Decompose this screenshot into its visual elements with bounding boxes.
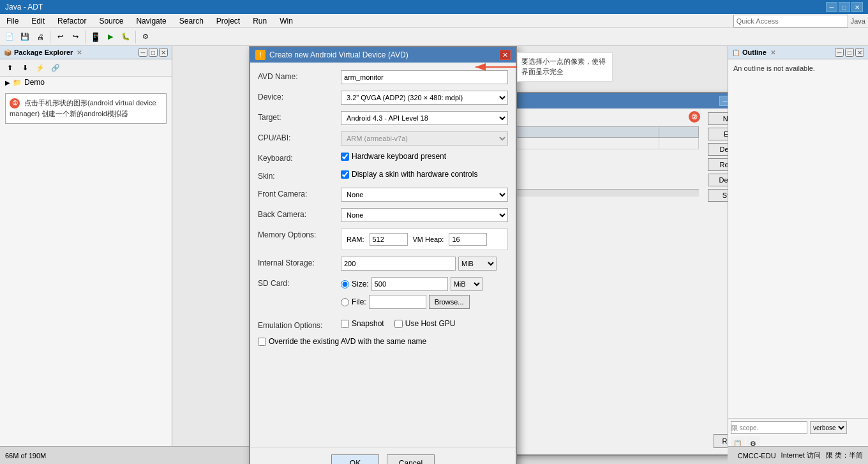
toolbar-btn-new[interactable]: 📄	[3, 30, 17, 44]
snapshot-checkbox[interactable]	[341, 320, 349, 328]
toolbar-btn-settings[interactable]: ⚙	[138, 30, 153, 44]
internal-storage-control: MiB GiB	[341, 257, 508, 271]
internal-storage-input[interactable]	[341, 257, 456, 271]
toolbar-btn-avd[interactable]: 📱	[88, 30, 102, 44]
sdcard-file-row: File: Browse...	[341, 295, 508, 309]
cancel-button[interactable]: Cancel	[387, 454, 435, 465]
device-row: Device: 3.2" QVGA (ADP2) (320 × 480: mdp…	[258, 91, 508, 105]
device-label: Device:	[258, 91, 341, 101]
outline-close-btn[interactable]: ✕	[855, 48, 864, 57]
menu-project[interactable]: Project	[213, 15, 244, 27]
sdcard-file-radio[interactable]	[341, 298, 349, 306]
toolbar-btn-save[interactable]: 💾	[18, 30, 32, 44]
outline-maximize-btn[interactable]: □	[845, 48, 854, 57]
target-label: Target:	[258, 111, 341, 122]
main-layout: 📦 Package Explorer ✕ ─ □ ✕ ⬆ ⬇ ⚡ 🔗 ▶ 📁 D…	[0, 46, 868, 464]
skin-checkbox[interactable]	[341, 170, 349, 179]
pe-toolbar: ⬆ ⬇ ⚡ 🔗	[0, 59, 172, 77]
device-control: 3.2" QVGA (ADP2) (320 × 480: mdpi)	[341, 91, 508, 105]
cpu-select[interactable]: ARM (armeabi-v7a)	[341, 131, 508, 146]
annotation-arrow-svg	[469, 57, 520, 77]
internal-storage-unit-select[interactable]: MiB GiB	[458, 257, 497, 271]
panel-header-controls: ─ □ ✕	[138, 48, 168, 57]
outline-controls: ─ □ ✕	[835, 48, 864, 57]
internal-storage-row: Internal Storage: MiB GiB	[258, 257, 508, 271]
ram-input[interactable]	[370, 233, 408, 246]
panel-minimize-btn[interactable]: ─	[138, 48, 147, 57]
demo-tree-item[interactable]: ▶ 📁 Demo	[0, 77, 172, 88]
emulation-label: Emulation Options:	[258, 319, 341, 330]
package-explorer-header: 📦 Package Explorer ✕ ─ □ ✕	[0, 46, 172, 59]
toolbar-btn-print[interactable]: 🖨	[33, 30, 47, 44]
pe-btn-1[interactable]: ⬆	[3, 61, 17, 75]
annotation-callout-text: 要选择小一点的像素，使得界面显示完全	[521, 57, 606, 75]
memory-label: Memory Options:	[258, 228, 341, 239]
menu-navigate[interactable]: Navigate	[132, 15, 170, 27]
skin-control: Display a skin with hardware controls	[341, 170, 508, 181]
outline-search-input[interactable]	[731, 421, 807, 434]
pe-btn-4[interactable]: 🔗	[49, 61, 63, 75]
menu-file[interactable]: File	[3, 15, 22, 27]
keyboard-checkbox[interactable]	[341, 153, 349, 161]
toolbar-sep-2	[85, 31, 86, 43]
pe-btn-2[interactable]: ⬇	[18, 61, 32, 75]
panel-close-btn[interactable]: ✕	[159, 48, 168, 57]
delete-avd-button[interactable]: Delete...	[708, 143, 728, 156]
menu-win[interactable]: Win	[276, 15, 297, 27]
refresh-button[interactable]: Refresh	[714, 434, 728, 448]
sdcard-size-radio[interactable]	[341, 280, 349, 288]
avd-title-controls: ─ □ ✕	[719, 96, 728, 106]
new-avd-button[interactable]: New...	[708, 112, 728, 125]
use-host-gpu-checkbox[interactable]	[394, 320, 403, 328]
minimize-button[interactable]: ─	[826, 2, 837, 12]
target-select[interactable]: Android 4.3 - API Level 18	[341, 111, 508, 125]
device-select[interactable]: 3.2" QVGA (ADP2) (320 × 480: mdpi)	[341, 91, 508, 105]
toolbar-sep-1	[50, 31, 50, 43]
sdcard-file-input[interactable]	[369, 295, 426, 309]
target-row: Target: Android 4.3 - API Level 18	[258, 111, 508, 125]
target-control: Android 4.3 - API Level 18	[341, 111, 508, 125]
avd-minimize-btn[interactable]: ─	[719, 96, 728, 106]
outline-message: An outline is not available.	[728, 59, 868, 77]
keyboard-label: Keyboard:	[258, 152, 341, 163]
start-avd-button[interactable]: Start...	[708, 189, 728, 202]
outline-title: Outline	[742, 49, 767, 56]
menu-edit[interactable]: Edit	[27, 15, 49, 27]
repair-avd-button[interactable]: Repair...	[708, 158, 728, 171]
skin-label: Skin:	[258, 170, 341, 181]
sdcard-size-input[interactable]	[371, 277, 448, 291]
panel-maximize-btn[interactable]: □	[149, 48, 158, 57]
vmheap-label: VM Heap:	[413, 236, 444, 243]
override-checkbox[interactable]	[258, 338, 266, 346]
vmheap-input[interactable]	[449, 233, 487, 246]
toolbar-btn-debug[interactable]: 🐛	[119, 30, 133, 44]
toolbar-btn-undo[interactable]: ↩	[53, 30, 67, 44]
details-avd-button[interactable]: Details...	[708, 174, 728, 186]
edit-avd-button[interactable]: Edit...	[708, 128, 728, 140]
skin-checkbox-label: Display a skin with hardware controls	[352, 170, 477, 179]
pe-btn-3[interactable]: ⚡	[33, 61, 47, 75]
back-camera-select[interactable]: None	[341, 208, 508, 222]
maximize-button[interactable]: □	[839, 2, 850, 12]
override-label: Override the existing AVD with the same …	[269, 337, 426, 346]
sdcard-unit-select[interactable]: MiB GiB	[451, 277, 483, 291]
close-button[interactable]: ✕	[851, 2, 863, 12]
emulation-options: Snapshot Use Host GPU	[341, 319, 508, 331]
toolbar-btn-redo[interactable]: ↪	[68, 30, 82, 44]
ram-label: RAM:	[347, 236, 364, 243]
toolbar-btn-run[interactable]: ▶	[103, 30, 117, 44]
menu-source[interactable]: Source	[95, 15, 127, 27]
browse-button[interactable]: Browse...	[429, 295, 470, 309]
menu-run[interactable]: Run	[249, 15, 271, 27]
menu-refactor[interactable]: Refactor	[54, 15, 90, 27]
demo-label: Demo	[24, 78, 45, 87]
menu-search[interactable]: Search	[176, 15, 207, 27]
ok-button[interactable]: OK	[331, 454, 379, 465]
annotation2-number: ②	[689, 111, 700, 123]
keyboard-checkbox-label: Hardware keyboard present	[352, 152, 446, 161]
front-camera-select[interactable]: None	[341, 188, 508, 202]
outline-minimize-btn[interactable]: ─	[835, 48, 844, 57]
quick-access-input[interactable]	[733, 15, 848, 27]
outline-verbose-select[interactable]: verbose	[810, 421, 847, 434]
memory-options: RAM: VM Heap:	[341, 228, 508, 250]
